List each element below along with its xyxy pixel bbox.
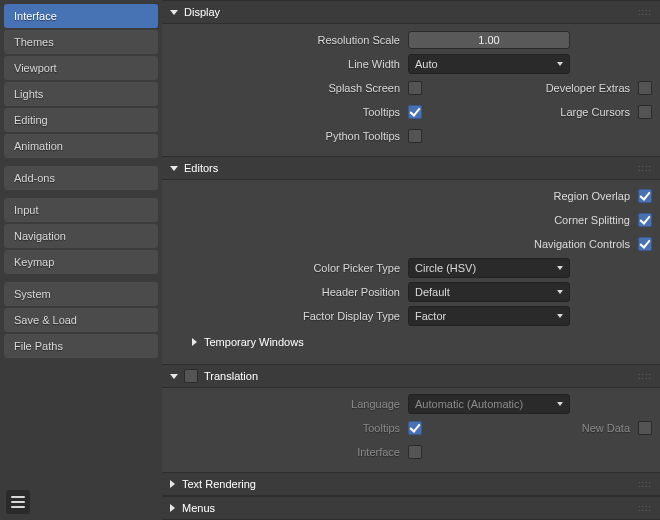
region-overlap-checkbox[interactable]	[638, 189, 652, 203]
drag-grip-icon: ::::	[638, 7, 652, 17]
translate-interface-label: Interface	[170, 446, 408, 458]
language-select[interactable]: Automatic (Automatic)	[408, 394, 570, 414]
language-label: Language	[170, 398, 408, 410]
sidebar-item-keymap[interactable]: Keymap	[4, 250, 158, 274]
chevron-right-icon	[170, 504, 175, 512]
chevron-down-icon	[170, 166, 178, 171]
chevron-right-icon	[170, 480, 175, 488]
splash-screen-label: Splash Screen	[170, 82, 408, 94]
color-picker-type-label: Color Picker Type	[170, 262, 408, 274]
section-title: Temporary Windows	[204, 336, 304, 348]
section-body-editors: Region Overlap Corner Splitting Navigati…	[162, 180, 660, 364]
translation-enable-checkbox[interactable]	[184, 369, 198, 383]
preferences-main-panel: Display :::: Resolution Scale 1.00 Line …	[162, 0, 660, 520]
translate-new-data-checkbox[interactable]	[638, 421, 652, 435]
section-title: Menus	[182, 502, 215, 514]
sidebar-item-system[interactable]: System	[4, 282, 158, 306]
factor-display-type-select[interactable]: Factor	[408, 306, 570, 326]
section-body-display: Resolution Scale 1.00 Line Width Auto Sp…	[162, 24, 660, 156]
sidebar-item-add-ons[interactable]: Add-ons	[4, 166, 158, 190]
developer-extras-label: Developer Extras	[422, 82, 638, 94]
large-cursors-label: Large Cursors	[422, 106, 638, 118]
python-tooltips-checkbox[interactable]	[408, 129, 422, 143]
splash-screen-checkbox[interactable]	[408, 81, 422, 95]
chevron-down-icon	[557, 314, 563, 318]
translate-new-data-label: New Data	[422, 422, 638, 434]
sidebar-item-lights[interactable]: Lights	[4, 82, 158, 106]
python-tooltips-label: Python Tooltips	[170, 130, 408, 142]
corner-splitting-label: Corner Splitting	[408, 214, 638, 226]
sidebar-item-viewport[interactable]: Viewport	[4, 56, 158, 80]
section-header-menus[interactable]: Menus ::::	[162, 496, 660, 520]
translate-tooltips-checkbox[interactable]	[408, 421, 422, 435]
header-position-label: Header Position	[170, 286, 408, 298]
factor-display-type-label: Factor Display Type	[170, 310, 408, 322]
section-title: Text Rendering	[182, 478, 256, 490]
developer-extras-checkbox[interactable]	[638, 81, 652, 95]
section-title: Translation	[204, 370, 258, 382]
line-width-label: Line Width	[170, 58, 408, 70]
resolution-scale-label: Resolution Scale	[170, 34, 408, 46]
drag-grip-icon: ::::	[638, 503, 652, 513]
drag-grip-icon: ::::	[638, 163, 652, 173]
navigation-controls-checkbox[interactable]	[638, 237, 652, 251]
line-width-select[interactable]: Auto	[408, 54, 570, 74]
resolution-scale-field[interactable]: 1.00	[408, 31, 570, 49]
chevron-down-icon	[170, 374, 178, 379]
color-picker-type-select[interactable]: Circle (HSV)	[408, 258, 570, 278]
chevron-down-icon	[557, 266, 563, 270]
corner-splitting-checkbox[interactable]	[638, 213, 652, 227]
section-header-display[interactable]: Display ::::	[162, 0, 660, 24]
navigation-controls-label: Navigation Controls	[408, 238, 638, 250]
region-overlap-label: Region Overlap	[408, 190, 638, 202]
section-header-temporary-windows[interactable]: Temporary Windows	[170, 330, 652, 354]
section-header-text-rendering[interactable]: Text Rendering ::::	[162, 472, 660, 496]
section-title: Editors	[184, 162, 218, 174]
sidebar-item-interface[interactable]: Interface	[4, 4, 158, 28]
tooltips-checkbox[interactable]	[408, 105, 422, 119]
sidebar-item-file-paths[interactable]: File Paths	[4, 334, 158, 358]
chevron-down-icon	[170, 10, 178, 15]
sidebar-item-editing[interactable]: Editing	[4, 108, 158, 132]
chevron-down-icon	[557, 402, 563, 406]
chevron-right-icon	[192, 338, 197, 346]
chevron-down-icon	[557, 290, 563, 294]
large-cursors-checkbox[interactable]	[638, 105, 652, 119]
sidebar-item-save-load[interactable]: Save & Load	[4, 308, 158, 332]
sidebar-item-input[interactable]: Input	[4, 198, 158, 222]
drag-grip-icon: ::::	[638, 371, 652, 381]
translate-interface-checkbox[interactable]	[408, 445, 422, 459]
chevron-down-icon	[557, 62, 563, 66]
preferences-sidebar: InterfaceThemesViewportLightsEditingAnim…	[0, 0, 162, 520]
sidebar-item-navigation[interactable]: Navigation	[4, 224, 158, 248]
header-position-select[interactable]: Default	[408, 282, 570, 302]
hamburger-icon	[11, 501, 25, 503]
tooltips-label: Tooltips	[170, 106, 408, 118]
drag-grip-icon: ::::	[638, 479, 652, 489]
section-header-editors[interactable]: Editors ::::	[162, 156, 660, 180]
section-body-translation: Language Automatic (Automatic) Tooltips …	[162, 388, 660, 472]
section-title: Display	[184, 6, 220, 18]
sidebar-item-animation[interactable]: Animation	[4, 134, 158, 158]
section-header-translation[interactable]: Translation ::::	[162, 364, 660, 388]
sidebar-item-themes[interactable]: Themes	[4, 30, 158, 54]
translate-tooltips-label: Tooltips	[170, 422, 408, 434]
preferences-menu-button[interactable]	[6, 490, 30, 514]
